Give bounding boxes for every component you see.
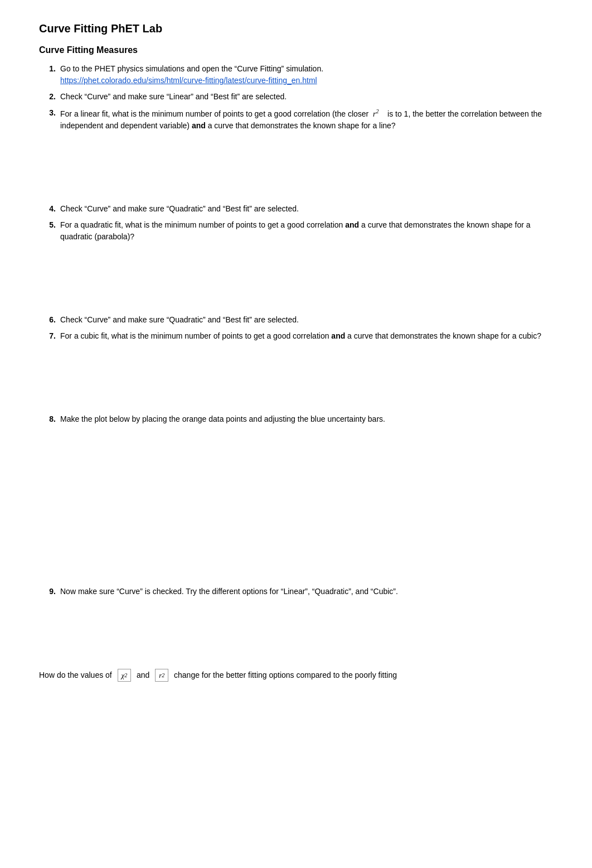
bottom-text-after: change for the better fitting options co… [169,671,397,679]
numbered-list: 1. Go to the PHET physics simulations an… [39,63,553,597]
page-title: Curve Fitting PhET Lab [39,22,553,35]
list-content: Go to the PHET physics simulations and o… [60,63,553,86]
list-content: Make the plot below by placing the orang… [60,413,553,425]
list-item: 1. Go to the PHET physics simulations an… [39,63,553,86]
list-content: Check “Curve” and make sure “Quadratic” … [60,203,553,215]
list-number: 4. [39,203,60,215]
list-content: For a quadratic fit, what is the minimum… [60,219,553,243]
list-item: 6. Check “Curve” and make sure “Quadrati… [39,314,553,326]
list-item: 2. Check “Curve” and make sure “Linear” … [39,91,553,103]
section-title: Curve Fitting Measures [39,45,553,55]
drawing-space-7 [39,346,553,413]
list-number: 2. [39,91,60,103]
list-item: 9. Now make sure “Curve” is checked. Try… [39,586,553,597]
bottom-text-before: How do the values of [39,671,117,679]
bottom-text: How do the values of χ2 and r2 change fo… [39,669,553,682]
drawing-space-3 [39,136,553,203]
list-number: 6. [39,314,60,326]
list-item: 4. Check “Curve” and make sure “Quadrati… [39,203,553,215]
space-after-9 [39,602,553,647]
list-content: For a cubic fit, what is the minimum num… [60,330,553,342]
chi-squared-symbol: χ2 [118,669,132,682]
list-content: Check “Curve” and make sure “Linear” and… [60,91,553,103]
list-content: Now make sure “Curve” is checked. Try th… [60,586,553,597]
list-item: 5. For a quadratic fit, what is the mini… [39,219,553,243]
list-number: 8. [39,413,60,425]
list-number: 5. [39,219,60,231]
list-number: 3. [39,107,60,119]
list-content: For a linear fit, what is the minimum nu… [60,107,553,132]
bottom-and: and [132,671,154,679]
phet-link[interactable]: https://phet.colorado.edu/sims/html/curv… [60,76,317,85]
list-number: 1. [39,63,60,75]
list-item: 8. Make the plot below by placing the or… [39,413,553,425]
plot-space-8 [39,430,553,586]
list-number: 9. [39,586,60,597]
drawing-space-5 [39,247,553,314]
r-squared-symbol: r2 [155,669,168,682]
list-number: 7. [39,330,60,342]
list-content: Check “Curve” and make sure “Quadratic” … [60,314,553,326]
list-item: 3. For a linear fit, what is the minimum… [39,107,553,132]
page-container: Curve Fitting PhET Lab Curve Fitting Mea… [39,22,553,682]
list-item: 7. For a cubic fit, what is the minimum … [39,330,553,342]
